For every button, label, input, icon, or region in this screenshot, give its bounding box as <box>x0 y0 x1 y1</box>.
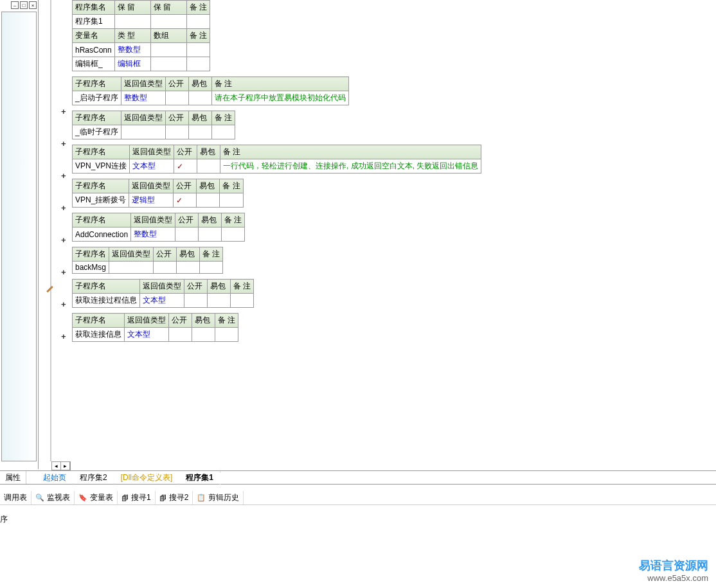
sub-easy-cell[interactable] <box>197 159 220 174</box>
restore-button[interactable]: □ <box>20 1 28 9</box>
table-row[interactable]: AddConnection整数型 <box>73 227 245 242</box>
sub-name-cell[interactable]: 获取连接信息 <box>73 328 125 342</box>
var-name-cell[interactable]: 编辑框_ <box>73 57 115 71</box>
property-tree-area[interactable] <box>1 12 37 461</box>
var-type-cell[interactable]: 整数型 <box>114 43 150 57</box>
tab-start-page[interactable]: 起始页 <box>37 471 73 484</box>
table-row[interactable]: 获取连接信息文本型 <box>73 328 238 342</box>
tab-dll-definition[interactable]: [Dll命令定义表] <box>114 471 180 484</box>
close-button[interactable]: × <box>29 1 37 9</box>
variable-table-tab[interactable]: 🔖 变量表 <box>75 491 118 504</box>
sub-easy-cell[interactable] <box>188 91 211 105</box>
var-type-cell[interactable]: 编辑框 <box>114 57 150 71</box>
sub-note-cell[interactable] <box>222 227 245 242</box>
header-pub: 公开 <box>175 213 199 227</box>
minimize-button[interactable]: – <box>11 1 19 9</box>
table-row[interactable]: VPN_挂断拨号逻辑型✓ <box>73 193 244 208</box>
expand-button[interactable]: + <box>61 203 66 213</box>
cell[interactable] <box>114 15 150 29</box>
sub-public-cell[interactable] <box>175 227 199 242</box>
sub-note-cell[interactable] <box>211 125 235 139</box>
header-note: 备 注 <box>231 280 254 294</box>
sub-name-cell[interactable]: AddConnection <box>73 227 131 242</box>
sub-public-cell[interactable] <box>165 91 188 105</box>
table-row[interactable]: 获取连接过程信息文本型 <box>73 294 254 308</box>
tag-icon: 🔖 <box>78 494 87 502</box>
sub-return-type-cell[interactable]: 文本型 <box>140 294 184 308</box>
sub-easy-cell[interactable] <box>197 193 220 208</box>
header-note: 备 注 <box>220 145 481 159</box>
cell[interactable] <box>186 43 210 57</box>
cell[interactable] <box>150 43 186 57</box>
search-icon: 🗐 <box>159 494 166 502</box>
table-row[interactable]: hRasConn 整数型 <box>73 43 210 57</box>
watch-table-tab[interactable]: 🔍 监视表 <box>31 491 75 504</box>
sub-note-cell[interactable]: 请在本子程序中放置易模块初始化代码 <box>211 91 348 105</box>
var-name-cell[interactable]: hRasConn <box>73 43 115 57</box>
expand-button[interactable]: + <box>61 235 66 245</box>
search2-tab[interactable]: 🗐 搜寻2 <box>156 491 193 504</box>
sub-name-cell[interactable]: _启动子程序 <box>73 91 121 105</box>
sub-public-cell[interactable]: ✓ <box>174 193 197 208</box>
header-preserve2: 保 留 <box>150 1 186 15</box>
expand-button[interactable]: + <box>61 171 66 181</box>
scroll-left-icon[interactable]: ◂ <box>52 462 61 470</box>
cell[interactable] <box>150 15 186 29</box>
expand-button[interactable]: + <box>61 299 66 309</box>
sub-return-type-cell[interactable] <box>109 262 154 274</box>
sub-easy-cell[interactable] <box>199 227 222 242</box>
sub-public-cell[interactable] <box>165 125 188 139</box>
sub-return-type-cell[interactable]: 文本型 <box>125 328 169 342</box>
sub-return-type-cell[interactable]: 整数型 <box>131 227 175 242</box>
scroll-right-icon[interactable]: ▸ <box>61 462 70 470</box>
header-note: 备 注 <box>211 111 235 125</box>
sub-easy-cell[interactable] <box>188 125 211 139</box>
sub-return-type-cell[interactable]: 逻辑型 <box>129 193 174 208</box>
table-row[interactable]: _临时子程序 <box>73 125 235 139</box>
expand-button[interactable]: + <box>61 139 66 148</box>
sub-easy-cell[interactable] <box>208 294 231 308</box>
expand-button[interactable]: + <box>61 107 66 116</box>
search1-tab[interactable]: 🗐 搜寻1 <box>118 491 156 504</box>
call-table-tab[interactable]: 调用表 <box>0 491 31 504</box>
expand-button[interactable]: + <box>61 267 66 277</box>
table-row[interactable]: _启动子程序整数型请在本子程序中放置易模块初始化代码 <box>73 91 349 105</box>
tool-label: 调用表 <box>4 492 27 503</box>
horizontal-scroll-stub[interactable]: ◂ ▸ <box>51 461 71 470</box>
sub-public-cell[interactable] <box>169 328 192 342</box>
sub-note-cell[interactable] <box>215 328 238 342</box>
search-icon: 🗐 <box>121 494 129 502</box>
sub-return-type-cell[interactable] <box>121 125 165 139</box>
sub-return-type-cell[interactable]: 整数型 <box>121 91 165 105</box>
tab-program-set-1[interactable]: 程序集1 <box>179 471 220 484</box>
sub-name-cell[interactable]: backMsg <box>73 262 109 274</box>
sub-note-cell[interactable] <box>231 294 254 308</box>
sub-name-cell[interactable]: _临时子程序 <box>73 125 121 139</box>
expand-button[interactable]: + <box>61 332 66 341</box>
cell[interactable] <box>186 15 210 29</box>
sub-public-cell[interactable] <box>184 294 208 308</box>
cell[interactable] <box>186 57 210 71</box>
sub-note-cell[interactable]: 一行代码，轻松进行创建、连接操作, 成功返回空白文本, 失败返回出错信息 <box>220 159 481 174</box>
sub-easy-cell[interactable] <box>192 328 215 342</box>
header-note: 备 注 <box>220 179 243 193</box>
cell[interactable] <box>150 57 186 71</box>
table-row[interactable]: VPN_VPN连接文本型✓一行代码，轻松进行创建、连接操作, 成功返回空白文本,… <box>73 159 481 174</box>
sub-name-cell[interactable]: VPN_VPN连接 <box>73 159 130 174</box>
sub-name-cell[interactable]: VPN_挂断拨号 <box>73 193 129 208</box>
sub-return-type-cell[interactable]: 文本型 <box>130 159 174 174</box>
clipboard-history-tab[interactable]: 📋 剪辑历史 <box>193 491 244 504</box>
sub-public-cell[interactable]: ✓ <box>174 159 197 174</box>
table-row[interactable]: 编辑框_ 编辑框 <box>73 57 210 71</box>
sub-note-cell[interactable] <box>220 193 243 208</box>
program-set-name-cell[interactable]: 程序集1 <box>73 15 115 29</box>
table-row[interactable]: backMsg <box>73 262 223 274</box>
table-row[interactable]: 程序集1 <box>73 15 210 29</box>
sub-note-cell[interactable] <box>200 262 223 274</box>
tab-program-set-2[interactable]: 程序集2 <box>73 471 114 484</box>
header-var-note: 备 注 <box>186 29 210 43</box>
header-easy: 易包 <box>197 145 220 159</box>
sub-name-cell[interactable]: 获取连接过程信息 <box>73 294 140 308</box>
sub-public-cell[interactable] <box>154 262 177 274</box>
sub-easy-cell[interactable] <box>177 262 200 274</box>
